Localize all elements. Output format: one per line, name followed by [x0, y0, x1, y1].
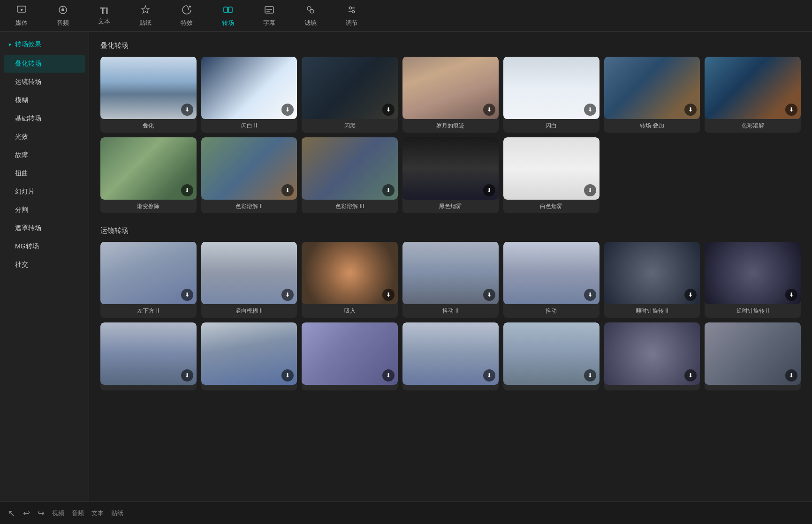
label-shanbai: 闪白: [503, 119, 600, 133]
mirror-grid: ⬇ 左下方 II ⬇ 竖向模糊 II ⬇ 吸入 ⬇ 抖动 II: [100, 242, 801, 390]
sidebar-item-mask-label: 遮罩转场: [15, 224, 41, 232]
download-suiyue[interactable]: ⬇: [483, 104, 495, 116]
download-doudongII[interactable]: ⬇: [483, 289, 495, 301]
item-heiyanhui[interactable]: ⬇ 黑色烟雾: [402, 137, 499, 213]
bottom-label-video: 视频: [52, 509, 64, 517]
nav-transition[interactable]: 转场: [216, 5, 240, 27]
item-jianbiancha[interactable]: ⬇ 渐变擦除: [100, 137, 197, 213]
item-r3-3[interactable]: ⬇: [302, 322, 398, 390]
transition-icon: [223, 5, 233, 17]
sidebar-item-social-label: 社交: [15, 261, 28, 268]
download-zuoxiaII[interactable]: ⬇: [181, 289, 193, 301]
label-r3-5: [503, 385, 600, 390]
sidebar-item-warp[interactable]: 扭曲: [4, 165, 85, 182]
label-diehua: 叠化: [100, 119, 197, 133]
redo-button[interactable]: ↪: [38, 508, 45, 518]
item-shanbai[interactable]: ⬇ 闪白: [503, 57, 600, 133]
download-heiyanhui[interactable]: ⬇: [483, 184, 495, 196]
download-r3-4[interactable]: ⬇: [483, 369, 495, 382]
sidebar-item-glitch[interactable]: 故障: [4, 146, 85, 164]
item-nishiII[interactable]: ⬇ 逆时针旋转 II: [705, 242, 801, 318]
download-shanbai[interactable]: ⬇: [584, 104, 596, 116]
audio-icon: [58, 5, 68, 17]
sidebar-item-slide-label: 幻灯片: [15, 187, 35, 195]
item-r3-1[interactable]: ⬇: [100, 322, 197, 390]
download-diehua[interactable]: ⬇: [181, 104, 193, 116]
item-diejia[interactable]: ⬇ 转场-叠加: [604, 57, 700, 133]
label-baiyanhui: 白色烟雾: [503, 200, 600, 213]
label-cairongjieII: 色彩溶解 II: [201, 200, 297, 213]
nav-audio[interactable]: 音频: [51, 5, 75, 27]
item-shanhei[interactable]: ⬇ 闪黑: [302, 57, 398, 133]
nav-sticker[interactable]: 贴纸: [133, 5, 158, 27]
svg-rect-9: [265, 7, 273, 13]
item-zuoxiaII[interactable]: ⬇ 左下方 II: [100, 242, 197, 318]
label-r3-3: [302, 385, 398, 390]
item-cairongjieIII[interactable]: ⬇ 色彩溶解 III: [302, 137, 398, 213]
label-cairongjieIII: 色彩溶解 III: [302, 200, 398, 213]
nav-effect[interactable]: 特效: [175, 5, 199, 27]
sticker-icon: [140, 5, 151, 17]
item-doudong[interactable]: ⬇ 抖动: [503, 242, 600, 318]
sidebar-item-mirror-label: 运镜转场: [15, 78, 41, 85]
item-baiyanhui[interactable]: ⬇ 白色烟雾: [503, 137, 600, 213]
sidebar-item-mask[interactable]: 遮罩转场: [4, 219, 85, 237]
sidebar-item-dissolve-label: 叠化转场: [15, 60, 41, 67]
sidebar-item-blur[interactable]: 模糊: [4, 91, 85, 109]
download-doudong[interactable]: ⬇: [584, 289, 596, 301]
sidebar-item-light[interactable]: 光效: [4, 128, 85, 146]
sidebar-item-mg[interactable]: MG转场: [4, 238, 85, 255]
nav-filter-label: 滤镜: [304, 19, 317, 27]
download-r3-1[interactable]: ⬇: [181, 369, 193, 382]
label-cairongjie: 色彩溶解: [705, 119, 801, 133]
text-icon: TI: [100, 6, 108, 15]
sidebar-item-slide[interactable]: 幻灯片: [4, 183, 85, 201]
sidebar-item-blur-label: 模糊: [15, 96, 28, 104]
item-r3-4[interactable]: ⬇: [402, 322, 499, 390]
sidebar-item-mg-label: MG转场: [15, 242, 39, 250]
label-doudongII: 抖动 II: [402, 304, 499, 318]
item-r3-5[interactable]: ⬇: [503, 322, 600, 390]
item-r3-6[interactable]: ⬇: [604, 322, 700, 390]
download-nishiII[interactable]: ⬇: [785, 289, 797, 301]
item-r3-2[interactable]: ⬇: [201, 322, 297, 390]
svg-rect-7: [228, 7, 232, 13]
bottom-label-text: 文本: [91, 509, 104, 517]
nav-adjust[interactable]: 调节: [340, 5, 364, 27]
media-icon: [16, 5, 27, 17]
download-jianbiancha[interactable]: ⬇: [181, 184, 193, 196]
sidebar-item-social[interactable]: 社交: [4, 256, 85, 274]
item-diehua[interactable]: ⬇ 叠化: [100, 57, 197, 133]
sidebar-item-basic[interactable]: 基础转场: [4, 110, 85, 127]
nav-media[interactable]: 媒体: [9, 5, 34, 27]
label-shunshiII: 顺时针旋转 II: [604, 304, 700, 318]
undo-button[interactable]: ↩: [23, 508, 30, 518]
sidebar-item-mirror[interactable]: 运镜转场: [4, 73, 85, 91]
nav-media-label: 媒体: [15, 19, 28, 27]
label-shanhei: 闪黑: [302, 119, 398, 133]
label-nishiII: 逆时针旋转 II: [705, 304, 801, 318]
sidebar-item-split[interactable]: 分割: [4, 201, 85, 219]
content-area: 叠化转场 ⬇ 叠化 ⬇ 闪白 II ⬇ 闪黑: [89, 32, 812, 502]
download-baiyanhui[interactable]: ⬇: [584, 184, 596, 196]
item-shunshiII[interactable]: ⬇ 顺时针旋转 II: [604, 242, 700, 318]
nav-text[interactable]: TI 文本: [92, 6, 116, 26]
download-cairongjie[interactable]: ⬇: [785, 104, 797, 116]
item-xiru[interactable]: ⬇ 吸入: [302, 242, 398, 318]
sidebar-item-split-label: 分割: [15, 206, 28, 213]
item-r3-7[interactable]: ⬇: [705, 322, 801, 390]
item-doudongII[interactable]: ⬇ 抖动 II: [402, 242, 499, 318]
label-r3-2: [201, 385, 297, 390]
item-cairongjieII[interactable]: ⬇ 色彩溶解 II: [201, 137, 297, 213]
sidebar-item-light-label: 光效: [15, 133, 28, 140]
item-suiyue[interactable]: ⬇ 岁月的痕迹: [402, 57, 499, 133]
nav-subtitle[interactable]: 字幕: [257, 5, 281, 27]
item-shanbaII[interactable]: ⬇ 闪白 II: [201, 57, 297, 133]
item-zhumoII[interactable]: ⬇ 竖向模糊 II: [201, 242, 297, 318]
nav-filter[interactable]: 滤镜: [298, 5, 323, 27]
cursor-tool[interactable]: ↖: [8, 508, 15, 519]
item-cairongjie[interactable]: ⬇ 色彩溶解: [705, 57, 801, 133]
svg-point-13: [310, 9, 314, 13]
download-r3-5[interactable]: ⬇: [584, 369, 596, 382]
sidebar-item-dissolve[interactable]: 叠化转场: [4, 55, 85, 73]
